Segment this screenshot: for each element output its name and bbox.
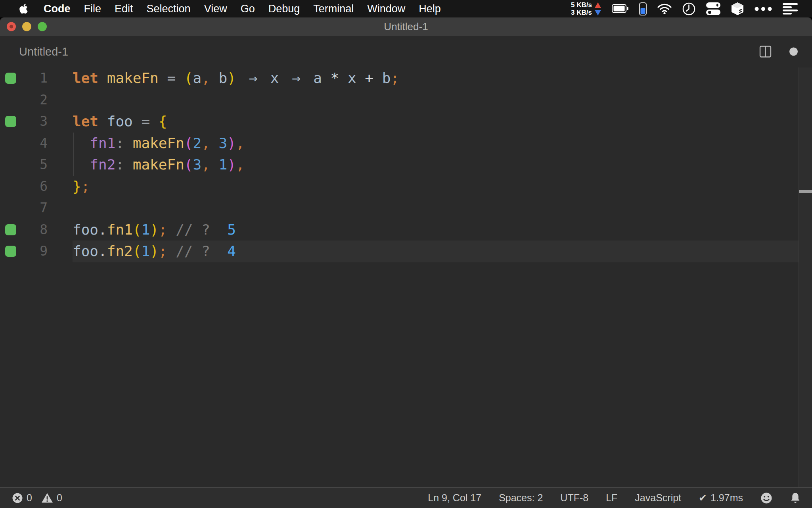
code-token <box>210 243 227 259</box>
code-line[interactable]: 6}; <box>0 176 799 198</box>
code-token <box>167 243 176 259</box>
language-mode[interactable]: JavaScript <box>635 492 681 504</box>
battery-icon[interactable] <box>612 4 628 13</box>
code-text: let makeFn = (a, b) ⇒ x ⇒ a * x + b; <box>73 67 799 89</box>
wifi-icon[interactable] <box>657 3 672 14</box>
quokka-status[interactable]: ✔ 1.97ms <box>699 492 743 504</box>
code-line[interactable]: 9foo.fn2(1); // ? 4 <box>0 241 799 262</box>
menu-code[interactable]: Code <box>37 3 77 15</box>
window-titlebar[interactable]: Untitled-1 <box>0 17 812 36</box>
upload-arrow-icon <box>595 2 601 8</box>
gutter: 1 <box>0 67 73 89</box>
code-text: foo.fn1(1); // ? 5 <box>73 219 799 241</box>
code-token: * <box>331 70 339 86</box>
code-token <box>304 70 313 86</box>
code-token <box>98 113 107 129</box>
line-number: 2 <box>40 89 48 111</box>
cursor-position[interactable]: Ln 9, Col 17 <box>428 492 481 504</box>
code-editor[interactable]: 1let makeFn = (a, b) ⇒ x ⇒ a * x + b;23l… <box>0 67 812 487</box>
code-token <box>356 70 365 86</box>
code-token: , <box>201 70 210 86</box>
zoom-button[interactable] <box>38 22 47 31</box>
menu-file[interactable]: File <box>77 3 108 15</box>
editor-tab-row: Untitled-1 <box>0 36 812 67</box>
error-icon <box>12 493 23 504</box>
menu-go[interactable]: Go <box>234 3 262 15</box>
code-token: , <box>201 156 210 173</box>
eol-setting[interactable]: LF <box>606 492 617 504</box>
minimize-button[interactable] <box>22 22 31 31</box>
tab-untitled-1[interactable]: Untitled-1 <box>19 45 68 58</box>
code-token: fn1 <box>90 135 115 151</box>
network-speed-indicator[interactable]: 5 KB/s 3 KB/s <box>571 1 601 16</box>
code-token <box>73 156 90 173</box>
code-token: ⇒ <box>245 67 262 89</box>
code-token: 1 <box>219 156 228 173</box>
code-line[interactable]: 3let foo = { <box>0 111 799 133</box>
menu-window[interactable]: Window <box>360 3 412 15</box>
problems-indicator[interactable]: 0 0 <box>12 492 68 504</box>
code-text: fn1: makeFn(2, 3), <box>73 133 799 154</box>
apple-menu-icon[interactable] <box>19 3 28 14</box>
clock-icon[interactable] <box>682 2 695 15</box>
close-button[interactable] <box>7 22 16 31</box>
menu-items: CodeFileEditSelectionViewGoDebugTerminal… <box>37 3 448 15</box>
code-token: let <box>73 70 98 86</box>
warning-icon <box>41 493 53 503</box>
control-center-icon[interactable] <box>706 2 720 15</box>
code-token: ? <box>201 243 210 259</box>
code-token: ; <box>159 221 167 238</box>
code-text: }; <box>73 176 799 198</box>
code-token: { <box>159 113 167 129</box>
code-token: 3 <box>219 135 228 151</box>
list-menu-icon[interactable] <box>783 3 798 15</box>
cube-icon[interactable] <box>731 2 744 15</box>
code-token: 5 <box>227 221 236 238</box>
quokka-coverage-marker <box>5 246 16 257</box>
notifications-bell-icon[interactable] <box>790 492 801 504</box>
code-line[interactable]: 5 fn2: makeFn(3, 1), <box>0 154 799 176</box>
menu-edit[interactable]: Edit <box>108 3 140 15</box>
code-token: x <box>270 70 279 86</box>
code-token <box>176 70 184 86</box>
code-token <box>167 221 176 238</box>
code-token: 3 <box>193 156 202 173</box>
more-ellipsis-icon[interactable] <box>755 7 772 11</box>
line-number: 4 <box>40 133 48 154</box>
code-line[interactable]: 2 <box>0 89 799 111</box>
code-token <box>98 70 107 86</box>
line-number: 3 <box>40 111 48 133</box>
code-line[interactable]: 4 fn1: makeFn(2, 3), <box>0 133 799 154</box>
vscode-window: Untitled-1 Untitled-1 1let makeFn = (a, … <box>0 17 812 508</box>
split-editor-icon[interactable] <box>759 46 772 58</box>
code-text: let foo = { <box>73 111 799 133</box>
menu-selection[interactable]: Selection <box>140 3 197 15</box>
code-lines: 1let makeFn = (a, b) ⇒ x ⇒ a * x + b;23l… <box>0 67 799 262</box>
unsaved-changes-dot[interactable] <box>789 48 798 56</box>
code-token: 2 <box>193 135 202 151</box>
code-line[interactable]: 1let makeFn = (a, b) ⇒ x ⇒ a * x + b; <box>0 67 799 89</box>
gutter: 7 <box>0 197 73 219</box>
encoding-setting[interactable]: UTF-8 <box>560 492 588 504</box>
menu-debug[interactable]: Debug <box>262 3 307 15</box>
code-line[interactable]: 7 <box>0 197 799 219</box>
line-number: 6 <box>40 176 48 198</box>
code-token <box>210 70 219 86</box>
code-line[interactable]: 8foo.fn1(1); // ? 5 <box>0 219 799 241</box>
gutter: 3 <box>0 111 73 133</box>
code-token <box>124 156 133 173</box>
code-token: + <box>365 70 373 86</box>
editor-scrollbar[interactable] <box>799 67 812 487</box>
indentation-setting[interactable]: Spaces: 2 <box>499 492 543 504</box>
status-bar-right: Ln 9, Col 17 Spaces: 2 UTF-8 LF JavaScri… <box>428 492 801 504</box>
menu-view[interactable]: View <box>197 3 234 15</box>
menu-help[interactable]: Help <box>412 3 448 15</box>
code-token: ; <box>81 178 90 194</box>
menu-terminal[interactable]: Terminal <box>306 3 360 15</box>
device-battery-icon[interactable] <box>639 2 647 15</box>
quokka-coverage-marker <box>5 73 16 84</box>
code-text <box>73 89 799 111</box>
code-token <box>339 70 348 86</box>
code-token: foo <box>73 221 98 238</box>
feedback-smiley-icon[interactable] <box>760 492 772 504</box>
